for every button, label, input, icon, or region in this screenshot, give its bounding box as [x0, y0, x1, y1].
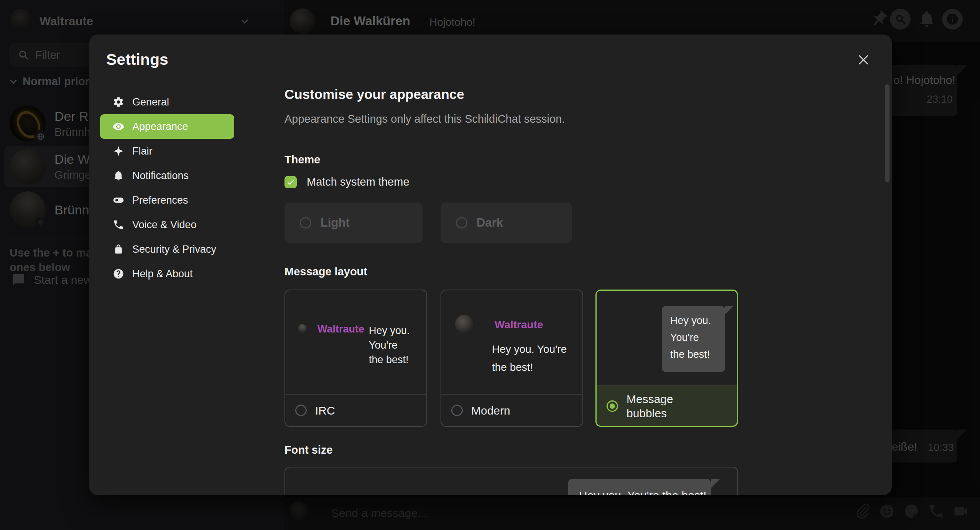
settings-nav-item-preferences[interactable]: Preferences	[100, 188, 234, 212]
settings-nav-item-voice-video[interactable]: Voice & Video	[100, 212, 234, 237]
dark-radio[interactable]	[456, 217, 467, 229]
settings-nav-item-appearance[interactable]: Appearance	[100, 114, 234, 139]
font-size-heading: Font size	[284, 444, 333, 456]
layout-card-footer: Message bubbles	[597, 385, 737, 426]
nav-label: Help & About	[132, 268, 193, 280]
modern-radio[interactable]	[451, 405, 463, 416]
sparkle-icon	[112, 145, 125, 157]
irc-radio[interactable]	[295, 405, 307, 416]
bubble-tail	[725, 306, 733, 314]
app-window: Waltraute Filter Normal priorit Der Rin …	[0, 0, 980, 530]
layout-label: IRC	[315, 403, 335, 418]
layout-card-footer: Modern	[441, 394, 582, 426]
settings-nav-item-flair[interactable]: Flair	[100, 139, 234, 163]
nav-label: General	[132, 96, 169, 108]
font-size-preview-card: Hey you. You're the best!	[284, 467, 738, 495]
settings-nav-item-security-privacy[interactable]: Security & Privacy	[100, 237, 234, 262]
toggle-icon	[112, 194, 125, 206]
page-subtitle: Appearance Settings only affect this Sch…	[284, 113, 565, 125]
preview-bubble: Hey you. You're the best!	[662, 306, 725, 372]
eye-icon	[112, 120, 125, 133]
message-bubbles-radio[interactable]	[607, 400, 618, 412]
preview-message: Hey you. You're the best!	[492, 340, 567, 376]
layout-card-message-bubbles[interactable]: Hey you. You're the best! Message bubble…	[595, 290, 738, 427]
nav-label: Voice & Video	[132, 219, 197, 231]
preview-sender: Waltraute	[495, 319, 543, 331]
question-circle-icon	[112, 268, 125, 280]
bubble-tail	[711, 479, 720, 488]
layout-card-irc[interactable]: Waltraute Hey you. You're the best! IRC	[284, 290, 427, 427]
match-system-theme-row: Match system theme	[284, 176, 409, 188]
checkbox-label: Match system theme	[307, 176, 409, 188]
layout-label: Modern	[471, 403, 510, 418]
nav-label: Appearance	[132, 121, 188, 133]
layout-label: Message bubbles	[626, 392, 688, 420]
gear-icon	[112, 96, 125, 108]
nav-label: Notifications	[132, 170, 189, 182]
close-icon[interactable]	[855, 51, 872, 68]
theme-section-heading: Theme	[284, 153, 320, 166]
preview-avatar	[298, 324, 307, 333]
bell-icon	[112, 170, 125, 182]
message-layout-heading: Message layout	[284, 265, 367, 278]
phone-icon	[112, 219, 125, 231]
theme-option-label: Light	[321, 216, 350, 230]
theme-option-label: Dark	[477, 216, 503, 230]
font-preview-bubble: Hey you. You're the best!	[568, 479, 711, 495]
preview-message: Hey you. You're the best!	[369, 323, 410, 367]
preview-sender: Waltraute	[317, 323, 364, 335]
settings-nav-item-notifications[interactable]: Notifications	[100, 163, 234, 188]
settings-nav-item-general[interactable]: General	[100, 90, 234, 114]
settings-content: Customise your appearance Appearance Set…	[284, 35, 738, 495]
preview-avatar	[455, 315, 473, 333]
match-system-theme-checkbox[interactable]	[284, 176, 297, 188]
light-radio[interactable]	[300, 217, 311, 229]
theme-option-dark[interactable]: Dark	[441, 202, 572, 243]
modal-scrollbar-thumb[interactable]	[885, 84, 890, 182]
nav-label: Flair	[132, 145, 153, 157]
settings-nav-item-help-about[interactable]: Help & About	[100, 262, 234, 286]
layout-card-footer: IRC	[285, 394, 426, 426]
lock-icon	[112, 243, 125, 255]
settings-nav: General Appearance Flair Notifications	[100, 90, 235, 286]
page-title: Customise your appearance	[284, 87, 464, 102]
layout-card-modern[interactable]: Waltraute Hey you. You're the best! Mode…	[441, 290, 583, 427]
nav-label: Security & Privacy	[132, 244, 216, 255]
nav-label: Preferences	[132, 194, 188, 206]
theme-option-light[interactable]: Light	[284, 202, 423, 243]
dialog-title: Settings	[106, 51, 168, 69]
settings-dialog: Settings General Appearance	[89, 35, 892, 495]
